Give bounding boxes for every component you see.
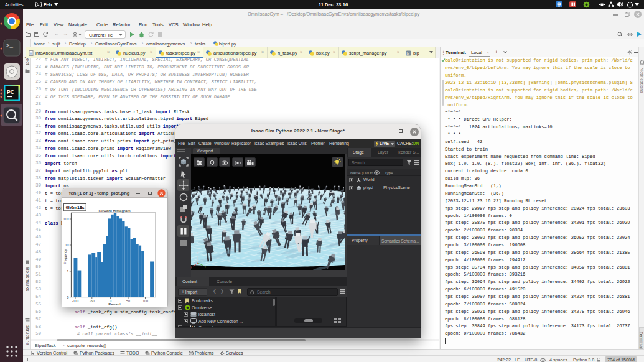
svg-text:100: 100	[63, 217, 69, 221]
svg-text:>_: >_	[6, 43, 13, 49]
svg-text:0h0m18s: 0h0m18s	[66, 205, 85, 210]
svg-text:-50: -50	[90, 299, 95, 303]
svg-text:-100: -100	[72, 299, 78, 303]
svg-text:50: 50	[126, 299, 130, 303]
svg-text:Y: Y	[204, 265, 207, 269]
svg-text:0: 0	[67, 295, 69, 299]
svg-text:10: 10	[65, 243, 69, 247]
svg-text:100: 100	[142, 299, 148, 303]
svg-text:Frequency: Frequency	[63, 249, 67, 264]
svg-text:Reward Histogram: Reward Histogram	[98, 208, 130, 213]
svg-text:X: X	[191, 266, 192, 269]
svg-text:1: 1	[67, 269, 69, 273]
svg-text:Reward: Reward	[108, 302, 120, 306]
svg-text:PC: PC	[7, 89, 14, 95]
